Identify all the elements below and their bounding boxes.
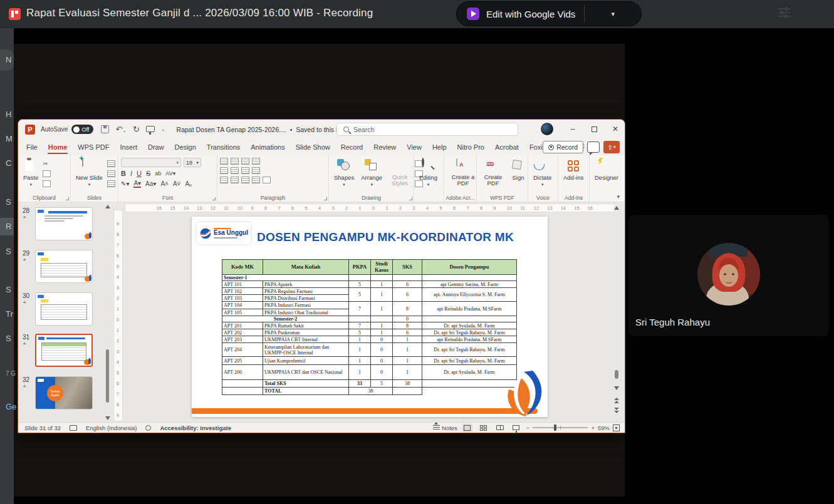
ribbon-tab-slide-show[interactable]: Slide Show	[295, 141, 331, 153]
align-right-icon[interactable]	[241, 177, 249, 183]
scroll-down-arrow[interactable]	[614, 386, 619, 390]
slide-canvas[interactable]: Esa Unggul DOSEN PENGAMPU MK-KOORDINATOR…	[192, 217, 548, 417]
strikethrough-button[interactable]: S	[146, 170, 150, 177]
slide-thumbnail-32[interactable]: Terima Kasih	[35, 376, 93, 409]
shrink-font-icon[interactable]: A˅	[173, 180, 181, 187]
slide-sorter-view-button[interactable]	[479, 424, 489, 432]
ribbon-tab-nitro-pro[interactable]: Nitro Pro	[457, 141, 485, 153]
designer-button[interactable]: Designer	[592, 158, 621, 182]
decrease-indent-icon[interactable]	[220, 167, 228, 174]
highlight-color-icon[interactable]: ✎▾	[121, 180, 129, 187]
bullets-icon[interactable]	[220, 158, 228, 165]
start-presentation-icon[interactable]	[146, 126, 155, 132]
text-effects-icon[interactable]: Aa▾	[145, 180, 156, 187]
font-size-select[interactable]: 18▾	[184, 158, 201, 167]
paste-button[interactable]: Paste▾	[21, 158, 41, 188]
dictate-button[interactable]: Dictate▾	[531, 158, 555, 188]
sidebar-item-fragment[interactable]: H	[6, 110, 11, 119]
sidebar-item-fragment[interactable]: S	[6, 247, 11, 256]
accessibility-status[interactable]: Accessibility: Investigate	[160, 424, 231, 431]
scrollbar-thumb[interactable]	[106, 349, 109, 403]
align-center-icon[interactable]	[231, 177, 239, 183]
ribbon-tab-animations[interactable]: Animations	[250, 141, 285, 153]
ribbon-tab-wps-pdf[interactable]: WPS PDF	[77, 141, 110, 153]
font-name-select[interactable]: ▾	[121, 158, 181, 167]
fit-slide-to-window-icon[interactable]	[613, 424, 620, 431]
cut-icon[interactable]: ✂	[43, 160, 51, 167]
numbering-icon[interactable]	[231, 158, 239, 165]
record-button[interactable]: Record	[543, 141, 583, 153]
create-pdf-button[interactable]: PDFCreate PDF	[479, 158, 507, 187]
search-input[interactable]: Search	[336, 123, 518, 136]
editing-button[interactable]: Editing▾	[417, 158, 440, 188]
display-settings-icon[interactable]	[70, 425, 77, 431]
collapse-ribbon-icon[interactable]: ▾	[617, 193, 620, 200]
reading-view-button[interactable]	[495, 424, 505, 432]
slide-thumbnail-28[interactable]	[35, 207, 93, 240]
bold-button[interactable]: B	[121, 170, 126, 177]
line-spacing-icon[interactable]	[241, 158, 249, 165]
section-icon[interactable]	[107, 180, 115, 187]
create-a-pdf-button[interactable]: Create a PDF	[447, 158, 479, 187]
smartart-icon[interactable]	[263, 177, 271, 183]
sidebar-item-fragment[interactable]: N	[6, 55, 11, 64]
slideshow-view-button[interactable]	[511, 424, 521, 432]
new-slide-button[interactable]: New Slide▾	[73, 158, 105, 188]
ribbon-tab-help[interactable]: Help	[432, 141, 447, 153]
autosave-toggle[interactable]: Off	[71, 125, 93, 134]
maximize-button[interactable]	[583, 120, 605, 138]
slide-thumbnail-29[interactable]	[35, 250, 93, 283]
minimize-button[interactable]: –	[562, 120, 583, 138]
font-color-icon[interactable]: A▾	[133, 180, 141, 188]
zoom-level[interactable]: 59%	[598, 424, 610, 431]
sidebar-item-fragment[interactable]: Ge	[6, 402, 16, 411]
participant-tile[interactable]: Sri Teguh Rahayu	[628, 215, 829, 336]
italic-button[interactable]: I	[130, 170, 132, 177]
reset-slide-icon[interactable]	[107, 170, 115, 177]
edit-with-vids-button[interactable]: Edit with Google Vids ▾	[456, 1, 642, 26]
next-slide-button[interactable]	[613, 408, 620, 413]
justify-icon[interactable]	[252, 177, 260, 183]
sidebar-item-fragment[interactable]: Tr	[6, 309, 13, 319]
slide-layout-icon[interactable]	[107, 160, 115, 167]
scroll-up-arrow[interactable]	[614, 206, 619, 210]
increase-indent-icon[interactable]	[231, 167, 239, 174]
sign-button[interactable]: Sign	[509, 158, 528, 182]
slide-thumbnail-31[interactable]	[35, 334, 93, 367]
ribbon-tab-design[interactable]: Design	[174, 141, 197, 153]
zoom-out-button[interactable]: −	[526, 424, 530, 431]
account-avatar[interactable]	[541, 123, 553, 135]
sidebar-item-fragment[interactable]: S	[6, 197, 11, 207]
ribbon-tab-review[interactable]: Review	[373, 141, 397, 153]
zoom-in-button[interactable]: +	[591, 424, 595, 431]
format-painter-icon[interactable]	[43, 180, 51, 187]
language-status[interactable]: English (Indonesia)	[86, 424, 137, 431]
thumbnail-scrollbar[interactable]	[106, 211, 110, 414]
shapes-button[interactable]: Shapes▾	[331, 158, 357, 188]
share-button[interactable]: ⇧▾	[603, 141, 620, 153]
save-icon[interactable]	[101, 125, 109, 133]
grow-font-icon[interactable]: A˄	[160, 180, 169, 187]
arrange-button[interactable]: Arrange▾	[358, 158, 385, 188]
ribbon-tab-acrobat[interactable]: Acrobat	[494, 141, 519, 153]
text-direction-icon[interactable]	[241, 167, 249, 174]
ribbon-tab-file[interactable]: File	[26, 141, 38, 153]
quick-access-customize-icon[interactable]: ⌄	[161, 126, 165, 132]
undo-icon[interactable]: ↶⌄	[115, 125, 127, 134]
paragraph-dialog-launcher[interactable]	[324, 197, 327, 200]
close-button[interactable]: ✕	[605, 120, 626, 138]
slide-thumbnail-30[interactable]	[35, 292, 93, 326]
character-spacing-icon[interactable]: ab	[155, 170, 161, 177]
copy-icon[interactable]	[43, 170, 51, 177]
ribbon-tab-record[interactable]: Record	[340, 141, 363, 153]
zoom-slider[interactable]	[533, 427, 588, 428]
align-left-icon[interactable]	[220, 177, 228, 183]
scroll-down-arrow[interactable]	[105, 416, 110, 420]
clear-formatting-icon[interactable]: Aₒ	[185, 180, 191, 187]
comments-icon[interactable]	[587, 141, 600, 153]
sidebar-item-fragment[interactable]: C	[6, 158, 11, 168]
ribbon-tab-insert[interactable]: Insert	[119, 141, 138, 153]
font-dialog-launcher[interactable]	[212, 197, 216, 200]
sidebar-item-fragment[interactable]: 7 G	[6, 370, 16, 377]
tune-icon[interactable]	[778, 8, 791, 19]
